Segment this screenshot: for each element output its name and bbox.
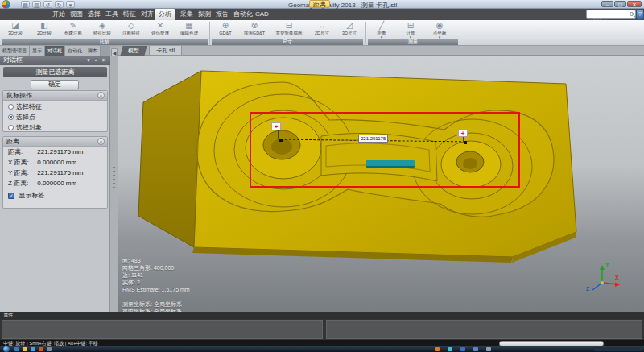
window-controls: – ▢ ✕ <box>601 1 642 7</box>
stat-rms: RMS Estimate: 1.6175 mm <box>122 286 190 293</box>
taskbar-icon[interactable] <box>435 347 440 351</box>
active-command-badge: 距离 <box>309 0 330 8</box>
taskbar-icon[interactable] <box>460 347 465 351</box>
ribbon-tab-bar: 开始 视图 选择 工具 特征 对齐 分析 采集 探测 报告 自动化 CAD ? <box>0 9 644 20</box>
point-marker-flag-2: + <box>458 129 468 137</box>
mouse-hint-text: 中键: 旋转 | Shift+右键: 缩放 | Alt+中键: 平移 <box>3 341 98 346</box>
panel-tab-script[interactable]: 脚本 <box>85 46 101 56</box>
button-gdt[interactable]: ⊕ GD&T <box>212 21 239 39</box>
help-button[interactable]: ? <box>637 10 643 19</box>
collapse-panel-icon[interactable]: ◀ <box>111 48 118 56</box>
feature-compare-icon: ◈ <box>89 21 116 31</box>
start-button-icon[interactable] <box>3 346 10 352</box>
stat-triangles: 网格三角形: 400,000 <box>122 264 190 271</box>
measure-point-1 <box>279 139 283 142</box>
radio-select-point[interactable]: 选择点 <box>8 113 107 122</box>
calculate-icon: ⊞ <box>397 21 424 31</box>
viewport-3d[interactable]: 模型 卡孔.stl <box>118 46 644 312</box>
button-3d-compare[interactable]: ◪ 3D比较 <box>2 21 29 39</box>
panel-tab-model-manager[interactable]: 模型管理器 <box>0 46 30 56</box>
close-button[interactable]: ✕ <box>627 1 642 7</box>
show-label-checkbox[interactable]: ✓ 显示标签 <box>8 191 107 201</box>
button-calculate[interactable]: ⊞ 计算 ▾ <box>397 21 424 39</box>
save-icon[interactable]: ▥ <box>32 1 41 8</box>
highlighted-region <box>366 160 415 168</box>
distance-x-row: X 距离: 0.000000 mm <box>8 158 107 168</box>
splitter-grip[interactable] <box>113 167 115 188</box>
taskbar-icon[interactable] <box>31 347 35 351</box>
bottom-panel-left[interactable] <box>2 320 323 339</box>
chevron-down-icon: ▾ <box>397 35 424 39</box>
panel-tab-automate[interactable]: 自动化 <box>65 46 85 56</box>
ok-button[interactable]: 确定 <box>31 80 79 89</box>
maximize-button[interactable]: ▢ <box>614 1 626 7</box>
taskbar-icon[interactable] <box>47 347 52 351</box>
taskbar-icon[interactable] <box>14 347 19 351</box>
radio-icon[interactable] <box>8 125 14 130</box>
button-annotate-feature[interactable]: ◇ 注释特征 <box>118 21 145 39</box>
button-2d-dimension[interactable]: ↔ 2D尺寸 <box>308 21 336 39</box>
taskbar-icon[interactable] <box>486 347 491 351</box>
quick-access-toolbar: ▤ ▥ ↺ ↻ ▾ <box>21 1 75 8</box>
group-label-dimension: 尺寸 <box>212 39 363 45</box>
radio-select-object[interactable]: 选择对象 <box>8 123 107 132</box>
radio-select-feature[interactable]: 选择特征 <box>8 102 107 111</box>
button-feature-compare[interactable]: ◈ 特征比较 <box>89 21 116 39</box>
edit-spectrum-icon: ▦ <box>175 21 203 31</box>
taskbar-icon[interactable] <box>448 347 452 351</box>
tab-cad[interactable]: CAD <box>251 9 273 20</box>
status-bar: 中键: 旋转 | Shift+右键: 缩放 | Alt+中键: 平移 <box>0 340 644 346</box>
panel-tab-display[interactable]: 显示 <box>30 46 45 56</box>
ribbon-group-dimension: ⊕ GD&T ⊗ 探测GD&T ⊟ 贯穿对象截面 ↔ 2D尺寸 ◿ 3D尺寸 尺… <box>212 20 363 45</box>
3d-dimension-icon: ◿ <box>336 21 363 31</box>
panel-splitter[interactable]: ◀ <box>110 46 118 312</box>
button-3d-dimension[interactable]: ◿ 3D尺寸 <box>336 21 363 39</box>
tab-analysis[interactable]: 分析 <box>155 9 175 20</box>
ribbon-search[interactable] <box>586 10 636 19</box>
measure-csys: 测量坐标系: 全局坐标系 <box>122 300 182 308</box>
button-2d-compare[interactable]: ◧ 2D比较 <box>31 21 58 39</box>
distance-y-value: 221.291175 mm <box>37 169 83 176</box>
dialog-panel-title: 对话框 <box>3 56 23 64</box>
minimize-button[interactable]: – <box>601 1 613 7</box>
axis-y-label: Y <box>605 262 609 267</box>
button-create-annotation[interactable]: ✎ 创建注释 <box>60 21 87 39</box>
group-separator <box>209 22 210 44</box>
bottom-dock <box>0 319 644 340</box>
3d-compare-icon: ◪ <box>2 21 29 31</box>
button-edit-spectrum[interactable]: ▦ 编辑色谱 <box>175 21 203 39</box>
button-probe-gdt[interactable]: ⊗ 探测GD&T <box>241 21 268 39</box>
annotate-feature-icon: ◇ <box>118 21 145 31</box>
button-distance[interactable]: ╱ 距离 ▾ <box>368 21 395 39</box>
bottom-panel-right[interactable] <box>326 320 642 339</box>
measure-point-2 <box>464 141 467 144</box>
ribbon-group-compare: ◪ 3D比较 ◧ 2D比较 ✎ 创建注释 ◈ 特征比较 ◇ 注释特征 ✕ 评估壁… <box>2 20 208 45</box>
ribbon-group-measure: ╱ 距离 ▾ ⊞ 计算 ▾ ◉ 点坐标 ▾ 测量 <box>368 20 458 45</box>
radio-selected-icon[interactable] <box>8 114 14 120</box>
system-tray[interactable] <box>594 347 642 351</box>
taskbar-icon[interactable] <box>473 347 478 351</box>
radio-icon[interactable] <box>8 104 14 110</box>
button-wall-thickness[interactable]: ✕ 评估壁厚 <box>147 21 174 39</box>
progress-bar <box>499 341 604 346</box>
taskbar-icon[interactable] <box>39 347 43 351</box>
ribbon: ◪ 3D比较 ◧ 2D比较 ✎ 创建注释 ◈ 特征比较 ◇ 注释特征 ✕ 评估壁… <box>0 20 644 46</box>
panel-header-icons[interactable]: ▾ ▪ ✕ <box>87 56 108 65</box>
app-logo-icon[interactable] <box>2 0 10 9</box>
taskbar-icon[interactable] <box>23 347 27 351</box>
probe-gdt-icon: ⊗ <box>241 21 268 31</box>
model-stats-overlay: 面: 483 网格三角形: 400,000 边: 1141 实体: 2 RMS … <box>122 257 190 293</box>
collapse-icon[interactable]: ∧ <box>97 138 105 145</box>
open-icon[interactable]: ▤ <box>21 1 30 8</box>
undo-icon[interactable]: ↺ <box>43 1 52 8</box>
qat-dropdown-icon[interactable]: ▾ <box>66 1 75 8</box>
checkbox-checked-icon[interactable]: ✓ <box>8 193 14 199</box>
redo-icon[interactable]: ↻ <box>55 1 64 8</box>
panel-tab-dialog[interactable]: 对话框 <box>45 46 65 56</box>
button-point-coordinate[interactable]: ◉ 点坐标 ▾ <box>426 21 453 39</box>
selection-rectangle <box>250 112 520 188</box>
button-through-section[interactable]: ⊟ 贯穿对象截面 <box>271 21 307 39</box>
collapse-icon[interactable]: ∧ <box>97 92 105 99</box>
dialog-panel-header: 对话框 ▾ ▪ ✕ <box>0 56 110 65</box>
distance-z-value: 0.000000 mm <box>37 180 76 187</box>
